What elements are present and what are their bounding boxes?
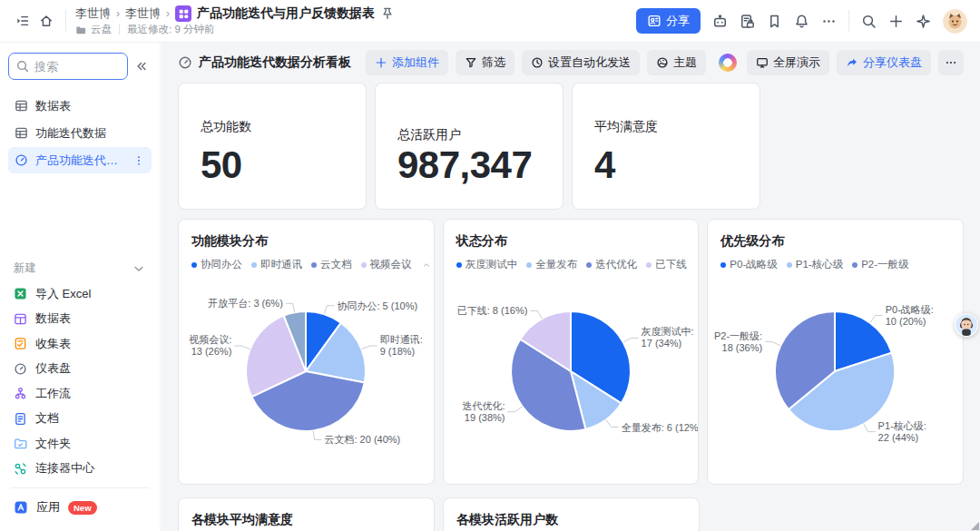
collapse-panel-icon[interactable] <box>11 9 34 33</box>
pin-icon[interactable] <box>380 6 395 21</box>
legend-item[interactable]: 云文档 <box>311 258 352 271</box>
breadcrumb-item[interactable]: 李世博 <box>75 5 111 22</box>
sidebar-view-item[interactable]: 功能迭代数据 <box>8 120 152 146</box>
more-icon[interactable] <box>821 14 837 29</box>
badge-icon[interactable] <box>767 14 782 29</box>
pie-label: 开放平台: 3 (6%) <box>208 298 283 309</box>
create-section-header[interactable]: 新建 <box>8 261 152 281</box>
legend-item[interactable]: P1-核心级 <box>787 258 843 271</box>
legend-item[interactable]: 迭代优化 <box>586 258 637 271</box>
monitor-icon <box>756 56 769 69</box>
fullscreen-present-button[interactable]: 全屏演示 <box>747 50 829 75</box>
dashboard-main: 产品功能迭代数据分析看板 添加组件 筛选 设置自动化发送 主题 <box>162 43 980 531</box>
create-item-label: 仪表盘 <box>35 360 71 377</box>
pie-chart: 协同办公: 5 (10%)即时通讯:9 (18%)云文档: 20 (40%)视频… <box>179 271 434 480</box>
stat-card[interactable]: 总功能数50 <box>178 83 367 210</box>
kebab-icon[interactable] <box>132 154 145 167</box>
chart-card[interactable]: 各模块活跃用户数 <box>443 497 700 531</box>
legend-item[interactable]: 灰度测试中 <box>456 258 518 271</box>
legend-label: 全量发布 <box>535 258 577 271</box>
table-icon <box>15 126 28 140</box>
create-item[interactable]: 数据表 <box>8 307 152 332</box>
create-item-label: 工作流 <box>35 386 71 402</box>
more-options-button[interactable] <box>938 50 964 75</box>
create-item[interactable]: 连接器中心 <box>8 457 152 482</box>
legend-label: P1-核心级 <box>796 258 843 271</box>
pie-label: 全量发布: 6 (12%) <box>621 422 698 433</box>
chart-title: 各模块平均满意度 <box>191 512 421 528</box>
legend-item[interactable]: 视频会议 <box>361 258 412 271</box>
bell-icon[interactable] <box>794 14 809 29</box>
sidebar-view-item[interactable]: 数据表 <box>8 93 152 119</box>
breadcrumb: 李世博 › 李世博 › 产品功能迭代与用户反馈数据表 云盘 最近修改: 9 分钟… <box>75 5 395 36</box>
share-dashboard-button[interactable]: 分享仪表盘 <box>837 50 931 75</box>
share-button[interactable]: 分享 <box>636 8 701 34</box>
pie-label: 已下线: 8 (16%) <box>456 305 527 316</box>
chart-card[interactable]: 各模块平均满意度 <box>178 497 435 531</box>
chart-card[interactable]: 状态分布灰度测试中全量发布迭代优化已下线灰度测试中:17 (34%)全量发布: … <box>443 219 700 485</box>
create-item[interactable]: 文档 <box>8 407 152 432</box>
pie-label: 22 (44%) <box>878 432 919 443</box>
pie-label-line <box>507 407 522 412</box>
home-icon[interactable] <box>34 9 58 33</box>
collapse-sidebar-icon[interactable] <box>132 59 152 74</box>
view-item-label: 产品功能迭代数据分析... <box>35 152 125 169</box>
ai-magic-icon[interactable] <box>719 54 737 72</box>
form-icon <box>14 337 27 350</box>
legend-item[interactable]: 全量发布 <box>526 258 577 271</box>
chart-card[interactable]: 优先级分布P0-战略级P1-核心级P2-一般级P0-战略级:10 (20%)P1… <box>707 219 964 485</box>
filter-button[interactable]: 筛选 <box>456 50 514 75</box>
permission-icon[interactable] <box>740 14 755 29</box>
legend-item[interactable]: 即时通讯 <box>251 258 302 271</box>
pie-label-line <box>234 346 250 349</box>
document-location[interactable]: 云盘 <box>91 23 112 36</box>
chevron-down-icon <box>132 261 146 276</box>
bottom-cards-row: 各模块平均满意度各模块活跃用户数 <box>178 497 964 531</box>
plus-icon[interactable] <box>888 14 904 29</box>
sparkle-icon[interactable] <box>916 14 931 29</box>
create-item[interactable]: 导入 Excel <box>8 281 152 307</box>
stat-label: 总活跃用户 <box>397 127 554 143</box>
theme-button[interactable]: 主题 <box>647 50 706 75</box>
stat-card[interactable]: 平均满意度4 <box>572 83 760 210</box>
search-icon[interactable] <box>861 14 877 29</box>
create-item[interactable]: 工作流 <box>8 381 152 407</box>
bitable-icon <box>175 5 191 22</box>
legend-item[interactable]: P0-战略级 <box>720 258 777 271</box>
sidebar-item-apps[interactable]: 应用 New <box>8 495 152 520</box>
legend-item[interactable]: 协同办公 <box>191 258 242 271</box>
stat-card[interactable]: 总活跃用户987,347 <box>375 83 564 210</box>
chevron-up-icon[interactable] <box>421 260 432 270</box>
create-item[interactable]: 仪表盘 <box>8 357 152 382</box>
legend-label: 协同办公 <box>201 258 242 271</box>
create-item[interactable]: 文件夹 <box>8 431 152 457</box>
collaborator-avatar[interactable] <box>955 313 978 337</box>
legend-label: P0-战略级 <box>730 258 777 271</box>
user-avatar[interactable] <box>943 9 967 34</box>
robot-icon[interactable] <box>712 14 728 29</box>
add-component-button[interactable]: 添加组件 <box>366 50 448 75</box>
stat-label: 平均满意度 <box>594 119 750 135</box>
breadcrumb-item[interactable]: 李世博 <box>125 5 161 22</box>
create-item[interactable]: 收集表 <box>8 331 152 357</box>
legend-label: 云文档 <box>320 258 352 271</box>
search-input[interactable] <box>34 60 121 74</box>
divider <box>848 10 849 32</box>
pie-label: 云文档: 20 (40%) <box>325 434 401 445</box>
pie-label-line <box>864 424 876 432</box>
divider <box>119 25 120 34</box>
pie-label: P1-核心级: <box>878 420 926 431</box>
legend-label: P2-一般级 <box>861 258 908 271</box>
pie-chart: 灰度测试中:17 (34%)全量发布: 6 (12%)迭代优化:19 (38%)… <box>444 271 699 480</box>
dashboard-icon <box>178 55 192 70</box>
chart-card[interactable]: 功能模块分布协同办公即时通讯云文档视频会议协同办公: 5 (10%)即时通讯:9… <box>178 219 435 485</box>
pie-label: 18 (36%) <box>722 342 763 353</box>
sidebar-view-item[interactable]: 产品功能迭代数据分析... <box>8 147 152 173</box>
legend-item[interactable]: P2-一般级 <box>852 258 908 271</box>
view-item-label: 数据表 <box>35 98 145 114</box>
pie-label: 9 (18%) <box>380 346 416 357</box>
automation-send-button[interactable]: 设置自动化发送 <box>522 50 640 75</box>
pie-label: P2-一般级: <box>714 330 762 341</box>
resize-grip[interactable] <box>971 522 979 530</box>
legend-item[interactable]: 已下线 <box>646 258 687 271</box>
